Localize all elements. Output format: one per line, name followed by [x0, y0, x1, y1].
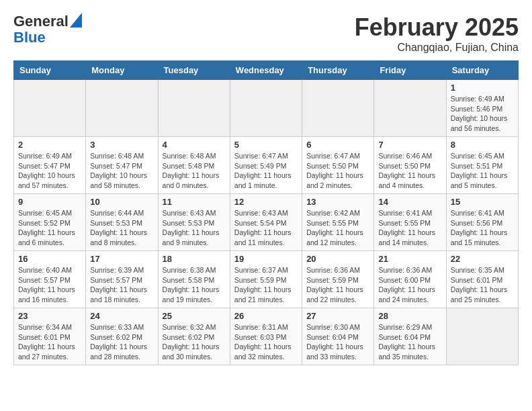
day-number: 13	[306, 197, 369, 207]
logo-icon	[70, 13, 82, 28]
days-header-row: SundayMondayTuesdayWednesdayThursdayFrid…	[14, 61, 519, 80]
day-number: 21	[378, 254, 441, 264]
day-of-week-header: Monday	[86, 61, 158, 80]
day-info: Sunrise: 6:39 AM Sunset: 5:57 PM Dayligh…	[90, 265, 153, 305]
calendar-cell: 2Sunrise: 6:49 AM Sunset: 5:47 PM Daylig…	[14, 137, 86, 194]
calendar-cell: 13Sunrise: 6:42 AM Sunset: 5:55 PM Dayli…	[302, 194, 374, 251]
day-number: 9	[18, 197, 81, 207]
calendar-cell: 23Sunrise: 6:34 AM Sunset: 6:01 PM Dayli…	[14, 308, 86, 365]
calendar-cell: 18Sunrise: 6:38 AM Sunset: 5:58 PM Dayli…	[158, 251, 230, 308]
logo: General Blue	[13, 13, 82, 46]
calendar-cell: 15Sunrise: 6:41 AM Sunset: 5:56 PM Dayli…	[446, 194, 518, 251]
calendar-cell: 9Sunrise: 6:45 AM Sunset: 5:52 PM Daylig…	[14, 194, 86, 251]
day-number: 7	[378, 140, 441, 150]
calendar-cell: 24Sunrise: 6:33 AM Sunset: 6:02 PM Dayli…	[86, 308, 158, 365]
day-number: 3	[90, 140, 153, 150]
day-number: 4	[163, 140, 226, 150]
calendar-cell: 22Sunrise: 6:35 AM Sunset: 6:01 PM Dayli…	[446, 251, 518, 308]
calendar-cell: 16Sunrise: 6:40 AM Sunset: 5:57 PM Dayli…	[14, 251, 86, 308]
calendar-cell	[230, 80, 302, 137]
svg-marker-0	[70, 13, 82, 28]
calendar-cell	[302, 80, 374, 137]
day-info: Sunrise: 6:34 AM Sunset: 6:01 PM Dayligh…	[18, 322, 81, 362]
calendar-cell: 1Sunrise: 6:49 AM Sunset: 5:46 PM Daylig…	[446, 80, 518, 137]
day-info: Sunrise: 6:42 AM Sunset: 5:55 PM Dayligh…	[306, 208, 369, 248]
calendar-week-row: 23Sunrise: 6:34 AM Sunset: 6:01 PM Dayli…	[14, 308, 519, 365]
day-info: Sunrise: 6:43 AM Sunset: 5:53 PM Dayligh…	[163, 208, 226, 248]
day-info: Sunrise: 6:31 AM Sunset: 6:03 PM Dayligh…	[234, 322, 298, 362]
day-info: Sunrise: 6:36 AM Sunset: 5:59 PM Dayligh…	[306, 265, 369, 305]
calendar-cell: 4Sunrise: 6:48 AM Sunset: 5:48 PM Daylig…	[158, 137, 230, 194]
page-header: General Blue February 2025 Changqiao, Fu…	[13, 13, 519, 54]
day-number: 15	[451, 197, 514, 207]
day-of-week-header: Saturday	[446, 61, 518, 80]
day-number: 11	[163, 197, 226, 207]
logo-general: General	[13, 13, 69, 30]
day-info: Sunrise: 6:37 AM Sunset: 5:59 PM Dayligh…	[234, 265, 298, 305]
calendar-cell: 7Sunrise: 6:46 AM Sunset: 5:50 PM Daylig…	[374, 137, 446, 194]
month-year-title: February 2025	[355, 13, 519, 42]
day-info: Sunrise: 6:44 AM Sunset: 5:53 PM Dayligh…	[90, 208, 153, 248]
day-number: 28	[378, 311, 441, 321]
day-info: Sunrise: 6:38 AM Sunset: 5:58 PM Dayligh…	[163, 265, 226, 305]
calendar-table: SundayMondayTuesdayWednesdayThursdayFrid…	[13, 60, 519, 365]
day-number: 25	[163, 311, 226, 321]
day-info: Sunrise: 6:33 AM Sunset: 6:02 PM Dayligh…	[90, 322, 153, 362]
day-number: 17	[90, 254, 153, 264]
day-number: 5	[234, 140, 298, 150]
calendar-week-row: 2Sunrise: 6:49 AM Sunset: 5:47 PM Daylig…	[14, 137, 519, 194]
calendar-cell: 25Sunrise: 6:32 AM Sunset: 6:02 PM Dayli…	[158, 308, 230, 365]
calendar-cell: 5Sunrise: 6:47 AM Sunset: 5:49 PM Daylig…	[230, 137, 302, 194]
calendar-cell: 3Sunrise: 6:48 AM Sunset: 5:47 PM Daylig…	[86, 137, 158, 194]
calendar-cell: 11Sunrise: 6:43 AM Sunset: 5:53 PM Dayli…	[158, 194, 230, 251]
day-number: 1	[451, 83, 514, 93]
day-of-week-header: Thursday	[302, 61, 374, 80]
day-number: 6	[306, 140, 369, 150]
day-number: 18	[163, 254, 226, 264]
calendar-cell	[158, 80, 230, 137]
day-number: 16	[18, 254, 81, 264]
calendar-cell: 28Sunrise: 6:29 AM Sunset: 6:04 PM Dayli…	[374, 308, 446, 365]
calendar-cell: 14Sunrise: 6:41 AM Sunset: 5:55 PM Dayli…	[374, 194, 446, 251]
calendar-week-row: 1Sunrise: 6:49 AM Sunset: 5:46 PM Daylig…	[14, 80, 519, 137]
day-number: 27	[306, 311, 369, 321]
calendar-cell: 12Sunrise: 6:43 AM Sunset: 5:54 PM Dayli…	[230, 194, 302, 251]
calendar-cell: 27Sunrise: 6:30 AM Sunset: 6:04 PM Dayli…	[302, 308, 374, 365]
location-subtitle: Changqiao, Fujian, China	[355, 42, 519, 54]
day-info: Sunrise: 6:41 AM Sunset: 5:56 PM Dayligh…	[451, 208, 514, 248]
day-info: Sunrise: 6:49 AM Sunset: 5:46 PM Dayligh…	[451, 94, 514, 134]
day-info: Sunrise: 6:30 AM Sunset: 6:04 PM Dayligh…	[306, 322, 369, 362]
day-info: Sunrise: 6:35 AM Sunset: 6:01 PM Dayligh…	[451, 265, 514, 305]
day-number: 24	[90, 311, 153, 321]
day-number: 8	[451, 140, 514, 150]
day-info: Sunrise: 6:29 AM Sunset: 6:04 PM Dayligh…	[378, 322, 441, 362]
day-number: 2	[18, 140, 81, 150]
day-info: Sunrise: 6:47 AM Sunset: 5:49 PM Dayligh…	[234, 151, 298, 191]
day-info: Sunrise: 6:43 AM Sunset: 5:54 PM Dayligh…	[234, 208, 298, 248]
calendar-cell	[446, 308, 518, 365]
calendar-cell	[14, 80, 86, 137]
day-of-week-header: Friday	[374, 61, 446, 80]
day-info: Sunrise: 6:36 AM Sunset: 6:00 PM Dayligh…	[378, 265, 441, 305]
day-number: 26	[234, 311, 298, 321]
calendar-cell: 10Sunrise: 6:44 AM Sunset: 5:53 PM Dayli…	[86, 194, 158, 251]
day-number: 12	[234, 197, 298, 207]
calendar-cell: 19Sunrise: 6:37 AM Sunset: 5:59 PM Dayli…	[230, 251, 302, 308]
day-number: 14	[378, 197, 441, 207]
calendar-cell: 26Sunrise: 6:31 AM Sunset: 6:03 PM Dayli…	[230, 308, 302, 365]
day-info: Sunrise: 6:45 AM Sunset: 5:51 PM Dayligh…	[451, 151, 514, 191]
calendar-week-row: 16Sunrise: 6:40 AM Sunset: 5:57 PM Dayli…	[14, 251, 519, 308]
calendar-cell: 17Sunrise: 6:39 AM Sunset: 5:57 PM Dayli…	[86, 251, 158, 308]
day-info: Sunrise: 6:46 AM Sunset: 5:50 PM Dayligh…	[378, 151, 441, 191]
day-number: 10	[90, 197, 153, 207]
calendar-cell: 21Sunrise: 6:36 AM Sunset: 6:00 PM Dayli…	[374, 251, 446, 308]
day-info: Sunrise: 6:32 AM Sunset: 6:02 PM Dayligh…	[163, 322, 226, 362]
calendar-cell: 8Sunrise: 6:45 AM Sunset: 5:51 PM Daylig…	[446, 137, 518, 194]
day-info: Sunrise: 6:49 AM Sunset: 5:47 PM Dayligh…	[18, 151, 81, 191]
calendar-cell	[374, 80, 446, 137]
calendar-cell	[86, 80, 158, 137]
logo-blue: Blue	[13, 30, 46, 46]
day-info: Sunrise: 6:48 AM Sunset: 5:47 PM Dayligh…	[90, 151, 153, 191]
day-of-week-header: Tuesday	[158, 61, 230, 80]
day-of-week-header: Sunday	[14, 61, 86, 80]
